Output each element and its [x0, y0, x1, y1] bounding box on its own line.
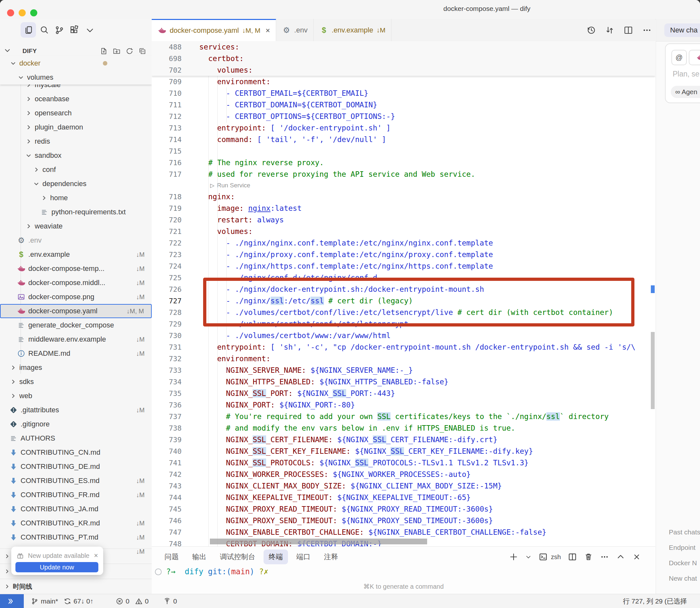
tree-file-middleware.env.example[interactable]: middleware.env.example↓M — [0, 332, 152, 346]
close-panel-icon[interactable] — [632, 552, 641, 562]
prompt-segment — [175, 567, 185, 576]
chat-menu-item[interactable]: Endpoint — [669, 544, 700, 551]
kill-terminal-icon[interactable] — [584, 552, 593, 562]
tree-file-python-requirements.txt[interactable]: python-requirements.txt — [0, 205, 152, 219]
tree-folder-web[interactable]: web — [0, 389, 152, 403]
timeline-history-icon[interactable] — [586, 25, 596, 35]
panel-tab-终端[interactable]: 终端 — [264, 550, 288, 564]
search-icon[interactable] — [36, 22, 52, 38]
tree-folder-volumes[interactable]: volumes — [0, 70, 152, 84]
tree-file-CONTRIBUTING_PT.md[interactable]: CONTRIBUTING_PT.md↓M — [0, 530, 152, 544]
split-terminal-icon[interactable] — [568, 552, 577, 562]
tree-folder-oceanbase[interactable]: oceanbase — [0, 92, 152, 106]
split-editor-icon[interactable] — [624, 25, 633, 35]
more-panel-actions-icon[interactable] — [600, 552, 609, 562]
mention-chip[interactable]: @ — [671, 50, 687, 65]
prompt-segment: git:( — [208, 567, 231, 576]
refresh-icon[interactable] — [125, 46, 134, 56]
tree-file-generate_docker_compose[interactable]: generate_docker_compose — [0, 318, 152, 332]
cursor-position[interactable]: 行 727, 列 29 (已选择 — [623, 594, 700, 608]
tree-file-CONTRIBUTING_KR.md[interactable]: CONTRIBUTING_KR.md↓M — [0, 516, 152, 530]
close-tab-icon[interactable]: × — [265, 26, 270, 35]
tree-folder-weaviate[interactable]: weaviate — [0, 219, 152, 233]
horizontal-scrollbar[interactable] — [210, 538, 427, 544]
explorer-icon[interactable] — [21, 22, 36, 38]
tree-file-AUTHORS[interactable]: AUTHORS — [0, 431, 152, 445]
tree-file-CONTRIBUTING_CN.md[interactable]: CONTRIBUTING_CN.md — [0, 445, 152, 459]
update-now-button[interactable]: Update now — [15, 562, 98, 572]
terminal-profile-chevron-icon[interactable] — [525, 554, 532, 560]
zoom-window-button[interactable] — [30, 9, 37, 16]
more-actions-icon[interactable] — [642, 25, 652, 35]
terminal-prompt[interactable]: ?→ dify git:(main) ?✗ — [155, 567, 268, 576]
chevron-right-icon — [40, 194, 48, 202]
tree-file-docker-compose.png[interactable]: docker-compose.png↓M — [0, 290, 152, 304]
tree-folder-sandbox[interactable]: sandbox — [0, 149, 152, 163]
tree-folder-docker[interactable]: docker — [0, 56, 152, 70]
compare-changes-icon[interactable] — [605, 25, 614, 35]
sticky-line-702[interactable]: 702 volumes: — [152, 64, 655, 76]
codelens-run-service[interactable]: ▷Run Service — [210, 180, 250, 191]
ports-status[interactable]: 0 — [163, 594, 177, 608]
tree-file-CONTRIBUTING_JA.md[interactable]: CONTRIBUTING_JA.md — [0, 502, 152, 516]
tree-file-docker-compose-temp...[interactable]: docker-compose-temp...↓M — [0, 262, 152, 276]
new-terminal-icon[interactable] — [509, 552, 518, 562]
tree-folder-opensearch[interactable]: opensearch — [0, 106, 152, 120]
sticky-line-698[interactable]: 698 certbot: — [152, 53, 655, 64]
line-number: 747 — [152, 528, 182, 536]
tree-folder-redis[interactable]: redis — [0, 134, 152, 149]
close-window-button[interactable] — [7, 9, 14, 16]
new-file-icon[interactable] — [99, 46, 109, 56]
tree-file-CONTRIBUTING_DE.md[interactable]: CONTRIBUTING_DE.md — [0, 459, 152, 474]
close-icon[interactable]: × — [93, 551, 99, 560]
tree-folder-conf[interactable]: conf — [0, 163, 152, 177]
code-editor[interactable]: 709 environment:710 - CERTBOT_EMAIL=${CE… — [152, 41, 655, 546]
tree-file-docker-compose.yaml[interactable]: docker-compose.yaml↓M, M — [0, 304, 152, 318]
tree-folder-dependencies[interactable]: dependencies — [0, 177, 152, 191]
remote-indicator[interactable] — [0, 594, 24, 608]
sticky-line-488[interactable]: 488services: — [152, 41, 655, 53]
chat-menu-item[interactable]: Docker N — [669, 559, 700, 567]
chat-menu-item[interactable]: Past chats — [669, 528, 700, 536]
git-branch-status[interactable]: main* 67↓ 0↑ — [31, 594, 94, 608]
agent-mode-pill[interactable]: ∞ Agen — [671, 86, 700, 98]
source-control-icon[interactable] — [52, 22, 67, 38]
chat-menu-item[interactable]: New chat — [669, 574, 700, 582]
tree-folder-home[interactable]: home — [0, 191, 152, 205]
tree-folder-plugin_daemon[interactable]: plugin_daemon — [0, 120, 152, 134]
panel-tab-输出[interactable]: 输出 — [187, 550, 211, 564]
tree-folder-sdks[interactable]: sdks — [0, 375, 152, 389]
tree-item-label: docker-compose.png — [28, 293, 94, 301]
panel-tab-调试控制台[interactable]: 调试控制台 — [215, 550, 260, 564]
panel-tab-注释[interactable]: 注释 — [319, 550, 343, 564]
tab-.env.example[interactable]: $.env.example↓M — [314, 19, 392, 41]
tree-file-.gitattributes[interactable]: .gitattributes↓M — [0, 403, 152, 417]
tree-file-docker-compose.middl...[interactable]: docker-compose.middl...↓M — [0, 276, 152, 290]
tree-file-CONTRIBUTING_ES.md[interactable]: CONTRIBUTING_ES.md↓M — [0, 474, 152, 488]
collapse-folders-icon[interactable] — [137, 46, 147, 56]
vertical-scrollbar[interactable] — [651, 332, 655, 409]
tree-file-README.md[interactable]: README.md↓M — [0, 346, 152, 361]
more-icon[interactable] — [82, 22, 97, 38]
new-chat-button[interactable]: New cha — [664, 23, 700, 37]
tab-.env[interactable]: ⚙.env — [276, 19, 314, 41]
panel-tab-端口[interactable]: 端口 — [291, 550, 316, 564]
section-时间线[interactable]: 时间线 — [0, 579, 152, 594]
problems-status[interactable]: 0 0 — [116, 594, 149, 608]
tab-docker-compose.yaml[interactable]: docker-compose.yaml↓M, M× — [152, 19, 276, 41]
extensions-icon[interactable] — [67, 22, 82, 38]
tree-file-.env[interactable]: ⚙.env — [0, 233, 152, 247]
tree-file-CONTRIBUTING_FR.md[interactable]: CONTRIBUTING_FR.md↓M — [0, 488, 152, 502]
chevron-down-icon[interactable] — [0, 47, 11, 55]
tree-file-.gitignore[interactable]: .gitignore — [0, 417, 152, 431]
panel-tab-问题[interactable]: 问题 — [159, 550, 184, 564]
maximize-panel-icon[interactable] — [616, 552, 625, 562]
tree-folder-images[interactable]: images — [0, 361, 152, 375]
chat-panel: New cha @ d Plan, se ∞ Agen Past chatsEn… — [656, 19, 700, 594]
minimize-window-button[interactable] — [19, 9, 26, 16]
tree-file-.env.example[interactable]: $.env.example↓M — [0, 247, 152, 262]
chat-input-card[interactable]: @ d Plan, se ∞ Agen — [665, 43, 700, 103]
line-number: 488 — [152, 43, 182, 51]
context-file-chip[interactable]: d — [689, 50, 700, 65]
new-folder-icon[interactable] — [112, 46, 121, 56]
